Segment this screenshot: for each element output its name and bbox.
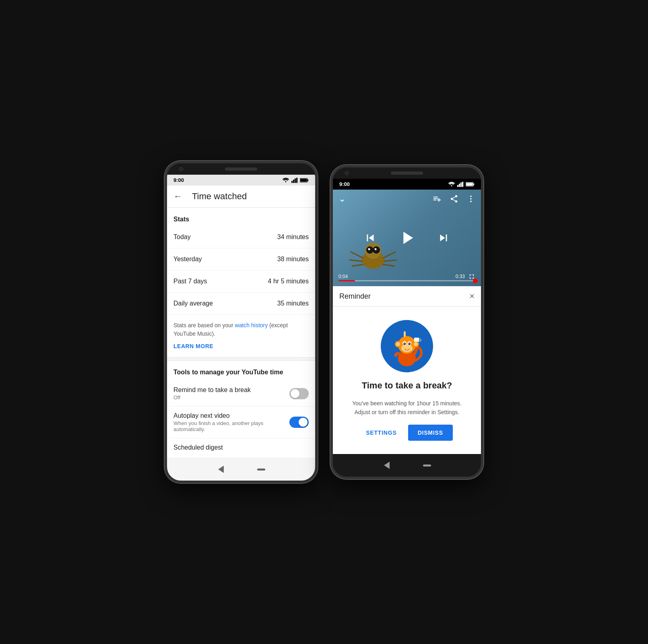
- nav-home-right[interactable]: [423, 461, 431, 469]
- break-toggle[interactable]: [289, 388, 309, 399]
- stat-value-yesterday: 38 minutes: [277, 256, 309, 263]
- video-controls-overlay: ⌄: [333, 190, 481, 286]
- stat-row-past7: Past 7 days 4 hr 5 minutes: [167, 270, 315, 293]
- status-bar-left: 9:00: [167, 175, 315, 186]
- share-icon[interactable]: [450, 194, 458, 203]
- progress-bar[interactable]: [338, 280, 475, 281]
- time-watched-screen: ← Time watched Stats Today 34 minutes Ye…: [167, 186, 315, 458]
- autoplay-sublabel: When you finish a video, another plays a…: [173, 420, 289, 432]
- skip-next-icon[interactable]: [437, 231, 450, 245]
- reminder-panel: Reminder ×: [333, 286, 481, 454]
- info-text: Stats are based on your watch history (e…: [167, 315, 315, 341]
- reminder-actions: SETTINGS DISMISS: [361, 425, 453, 441]
- toggle-row-break[interactable]: Remind me to take a break Off: [167, 381, 315, 407]
- svg-point-38: [408, 343, 411, 345]
- svg-rect-8: [459, 184, 460, 187]
- battery-icon-right: [466, 182, 475, 187]
- playback-controls: [333, 227, 481, 248]
- svg-point-39: [404, 343, 404, 344]
- svg-rect-5: [307, 179, 308, 181]
- skip-previous-icon[interactable]: [363, 231, 377, 245]
- toggle-row-autoplay[interactable]: Autoplay next video When you finish a vi…: [167, 407, 315, 438]
- back-triangle-left: [218, 466, 224, 473]
- reminder-headline: Time to take a break?: [362, 380, 452, 391]
- learn-more-link[interactable]: LEARN MORE: [167, 341, 315, 357]
- break-sublabel: Off: [173, 394, 289, 400]
- break-label: Remind me to take a break: [173, 386, 289, 394]
- stat-label-today: Today: [173, 233, 191, 241]
- nav-home-left[interactable]: [257, 465, 265, 473]
- status-bar-right: 9:00: [333, 179, 481, 190]
- svg-rect-7: [457, 185, 458, 187]
- wifi-icon-right: [448, 182, 455, 187]
- svg-rect-10: [462, 182, 463, 187]
- svg-rect-2: [295, 178, 296, 183]
- svg-point-37: [403, 343, 406, 345]
- add-to-queue-icon[interactable]: [433, 194, 442, 203]
- break-toggle-knob: [291, 389, 299, 398]
- video-player[interactable]: ⌄: [333, 190, 481, 286]
- home-pill-left: [257, 469, 265, 471]
- svg-point-34: [401, 344, 413, 352]
- svg-point-40: [409, 343, 409, 344]
- nav-bar-left: [167, 458, 315, 481]
- time-total: 0:33: [456, 274, 465, 279]
- app-bar-left: ← Time watched: [167, 186, 315, 208]
- stat-value-daily-avg: 35 minutes: [277, 300, 309, 307]
- svg-point-30: [470, 201, 472, 202]
- monkey-illustration: [381, 320, 433, 372]
- nav-bar-right: [333, 454, 481, 477]
- close-button[interactable]: ×: [469, 291, 475, 301]
- progress-fill: [338, 280, 355, 281]
- settings-button[interactable]: SETTINGS: [361, 426, 401, 439]
- dismiss-button[interactable]: DISMISS: [408, 425, 453, 441]
- reminder-header: Reminder ×: [333, 286, 481, 307]
- chevron-down-icon[interactable]: ⌄: [338, 194, 346, 204]
- svg-rect-9: [460, 182, 462, 187]
- svg-point-28: [470, 196, 472, 197]
- stat-value-past7: 4 hr 5 minutes: [268, 278, 309, 285]
- status-time-left: 9:00: [173, 177, 184, 183]
- autoplay-toggle-knob: [299, 418, 307, 427]
- progress-track: [338, 280, 475, 281]
- battery-icon-left: [300, 178, 309, 183]
- stat-row-daily-avg: Daily average 35 minutes: [167, 293, 315, 315]
- info-text-before: Stats are based on your: [173, 322, 235, 328]
- toggle-row-scheduled[interactable]: Scheduled digest: [167, 438, 315, 458]
- svg-point-42: [396, 342, 400, 346]
- home-pill-right: [423, 464, 431, 466]
- stat-value-today: 34 minutes: [277, 233, 309, 241]
- left-screen: 9:00: [167, 175, 315, 458]
- phone-top-bar-left: [167, 163, 315, 175]
- more-vert-icon[interactable]: [466, 194, 475, 203]
- nav-back-right[interactable]: [383, 461, 391, 469]
- stat-label-daily-avg: Daily average: [173, 300, 213, 307]
- left-phone: 9:00: [165, 161, 318, 483]
- break-label-group: Remind me to take a break Off: [173, 386, 289, 400]
- speaker-right: [391, 171, 423, 175]
- front-camera-left: [179, 167, 183, 171]
- status-icons-left: [282, 178, 309, 183]
- play-icon[interactable]: [396, 227, 417, 248]
- svg-rect-46: [404, 331, 406, 337]
- section-divider: [167, 357, 315, 361]
- watch-history-link[interactable]: watch history: [235, 322, 268, 328]
- nav-back-left[interactable]: [217, 465, 225, 473]
- content-scroll-left[interactable]: Stats Today 34 minutes Yesterday 38 minu…: [167, 208, 315, 458]
- reminder-body-line2: Adjust or turn off this reminder in Sett…: [355, 409, 459, 415]
- reminder-body-line1: You've been watching for 1hour 15 minute…: [352, 400, 461, 407]
- svg-rect-12: [473, 183, 474, 185]
- back-button-left[interactable]: ←: [173, 191, 182, 202]
- video-top-controls: ⌄: [333, 190, 481, 208]
- back-triangle-right: [384, 462, 390, 469]
- progress-dot: [473, 279, 478, 283]
- right-screen: 9:00: [333, 179, 481, 454]
- page-title-left: Time watched: [192, 191, 247, 202]
- svg-rect-3: [296, 178, 297, 183]
- svg-point-29: [470, 198, 472, 200]
- status-time-right: 9:00: [339, 181, 350, 187]
- stat-label-past7: Past 7 days: [173, 278, 207, 285]
- svg-rect-0: [291, 181, 293, 183]
- right-phone: 9:00: [330, 165, 483, 479]
- autoplay-toggle[interactable]: [289, 417, 309, 428]
